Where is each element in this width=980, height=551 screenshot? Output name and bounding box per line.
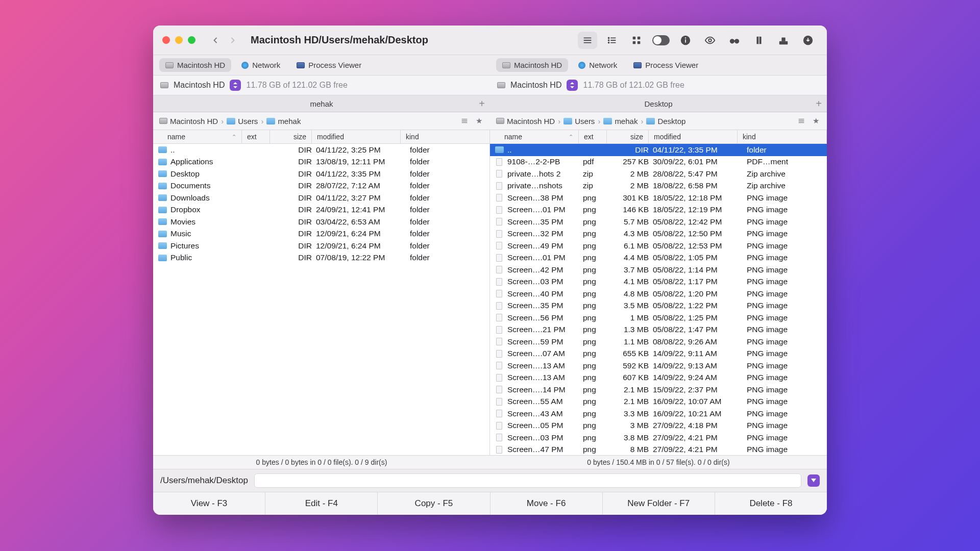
file-row[interactable]: private…nshotszip2 MB18/08/22, 6:58 PMZi…	[490, 180, 827, 192]
file-row[interactable]: DownloadsDIR04/11/22, 3:27 PMfolder	[153, 192, 489, 204]
binoculars-icon[interactable]	[725, 32, 744, 49]
file-row[interactable]: Screen…05 PMpng3 MB27/09/22, 4:18 PMPNG …	[490, 420, 827, 432]
footer-button-copy[interactable]: Copy - F5	[378, 492, 490, 515]
info-icon[interactable]	[676, 32, 695, 49]
file-row[interactable]: private…hots 2zip2 MB28/08/22, 5:47 PMZi…	[490, 168, 827, 180]
col-size[interactable]: size	[607, 130, 649, 143]
file-row[interactable]: Screen…35 PMpng5.7 MB05/08/22, 12:42 PMP…	[490, 216, 827, 228]
path-input[interactable]	[254, 473, 801, 488]
breadcrumb-item[interactable]: Users	[564, 117, 595, 126]
file-row[interactable]: Screen…32 PMpng4.3 MB05/08/22, 12:50 PMP…	[490, 228, 827, 240]
footer-button-new[interactable]: New Folder - F7	[603, 492, 715, 515]
file-row[interactable]: Screen….07 AMpng655 KB14/09/22, 9:11 AMP…	[490, 348, 827, 360]
file-row[interactable]: Screen…55 AMpng2.1 MB16/09/22, 10:07 AMP…	[490, 396, 827, 408]
file-row[interactable]: ..DIR04/11/22, 3:35 PMfolder	[490, 144, 827, 156]
file-row[interactable]: PicturesDIR12/09/21, 6:24 PMfolder	[153, 240, 489, 252]
footer-button-move[interactable]: Move - F6	[491, 492, 603, 515]
list-mode-icon[interactable]	[459, 116, 470, 126]
col-modified[interactable]: modified	[312, 130, 401, 143]
footer-button-edit[interactable]: Edit - F4	[265, 492, 378, 515]
breadcrumb-item[interactable]: Desktop	[646, 117, 685, 126]
file-row[interactable]: Screen…38 PMpng301 KB18/05/22, 12:18 PMP…	[490, 192, 827, 204]
file-row[interactable]: DesktopDIR04/11/22, 3:35 PMfolder	[153, 168, 489, 180]
view-columns-icon[interactable]	[602, 32, 622, 49]
col-name[interactable]: name⌃	[490, 130, 579, 143]
breadcrumb-item[interactable]: mehak	[266, 117, 301, 126]
file-row[interactable]: Screen…03 PMpng4.1 MB05/08/22, 1:17 PMPN…	[490, 276, 827, 288]
volume-selector-left[interactable]: Macintosh HD 11.78 GB of 121.02 GB free	[153, 76, 490, 95]
col-ext[interactable]: ext	[579, 130, 607, 143]
file-row[interactable]: Screen….01 PMpng146 KB18/05/22, 12:19 PM…	[490, 204, 827, 216]
volume-tab-macintosh-hd[interactable]: Macintosh HD	[159, 58, 231, 72]
col-modified[interactable]: modified	[649, 130, 738, 143]
file-row[interactable]: Screen….21 PMpng1.3 MB05/08/22, 1:47 PMP…	[490, 324, 827, 336]
col-ext[interactable]: ext	[242, 130, 270, 143]
file-row[interactable]: Screen…42 PMpng3.7 MB05/08/22, 1:14 PMPN…	[490, 264, 827, 276]
file-size: 1.1 MB	[611, 337, 653, 346]
volume-selector-right[interactable]: Macintosh HD 11.78 GB of 121.02 GB free	[490, 76, 827, 95]
col-name[interactable]: name⌃	[153, 130, 242, 143]
file-row[interactable]: Screen…35 PMpng3.5 MB05/08/22, 1:22 PMPN…	[490, 300, 827, 312]
share-icon[interactable]	[774, 32, 793, 49]
path-history-dropdown[interactable]	[807, 474, 820, 487]
nav-back-button[interactable]	[207, 32, 224, 49]
file-row[interactable]: Screen….13 AMpng592 KB14/09/22, 9:13 AMP…	[490, 360, 827, 372]
list-mode-icon[interactable]	[796, 116, 806, 126]
file-row[interactable]: DropboxDIR24/09/21, 12:41 PMfolder	[153, 204, 489, 216]
footer-button-view[interactable]: View - F3	[153, 492, 265, 515]
quicklook-icon[interactable]	[700, 32, 720, 49]
archive-icon[interactable]	[749, 32, 769, 49]
hidden-files-toggle[interactable]	[651, 32, 671, 49]
footer-button-delete[interactable]: Delete - F8	[715, 492, 827, 515]
nav-forward-button[interactable]	[224, 32, 241, 49]
breadcrumb-item[interactable]: Users	[227, 117, 258, 126]
breadcrumb-item[interactable]: mehak	[603, 117, 638, 126]
pane-tab-left[interactable]: mehak +	[153, 95, 490, 112]
view-list-icon[interactable]	[578, 32, 597, 49]
file-row[interactable]: MusicDIR12/09/21, 6:24 PMfolder	[153, 228, 489, 240]
file-row[interactable]: ApplicationsDIR13/08/19, 12:11 PMfolder	[153, 156, 489, 168]
volume-tab-process-viewer[interactable]: Process Viewer	[627, 58, 704, 72]
file-row[interactable]: DocumentsDIR28/07/22, 7:12 AMfolder	[153, 180, 489, 192]
file-row[interactable]: Screen….14 PMpng2.1 MB15/09/22, 2:37 PMP…	[490, 384, 827, 396]
file-row[interactable]: MoviesDIR03/04/22, 6:53 AMfolder	[153, 216, 489, 228]
col-kind[interactable]: kind	[738, 130, 827, 143]
volume-tab-network[interactable]: Network	[235, 58, 286, 72]
volume-tab-network[interactable]: Network	[572, 58, 623, 72]
col-kind[interactable]: kind	[401, 130, 490, 143]
breadcrumb-item[interactable]: Macintosh HD	[159, 117, 218, 126]
file-row[interactable]: Screen…49 PMpng6.1 MB05/08/22, 12:53 PMP…	[490, 240, 827, 252]
volume-dropdown-icon[interactable]	[567, 80, 578, 91]
file-row[interactable]: Screen…40 PMpng4.8 MB05/08/22, 1:20 PMPN…	[490, 288, 827, 300]
file-row[interactable]: Screen…56 PMpng1 MB05/08/22, 1:25 PMPNG …	[490, 312, 827, 324]
volume-dropdown-icon[interactable]	[230, 80, 241, 91]
file-row[interactable]: Screen…59 PMpng1.1 MB08/08/22, 9:26 AMPN…	[490, 336, 827, 348]
file-row[interactable]: ..DIR04/11/22, 3:25 PMfolder	[153, 144, 489, 156]
file-row[interactable]: Screen…03 PMpng3.8 MB27/09/22, 4:21 PMPN…	[490, 432, 827, 444]
file-row[interactable]: 9108-…2-2-PBpdf257 KB30/09/22, 6:01 PMPD…	[490, 156, 827, 168]
favorite-icon[interactable]: ★	[474, 116, 484, 126]
col-size[interactable]: size	[270, 130, 312, 143]
view-grid-icon[interactable]	[627, 32, 646, 49]
zoom-window-button[interactable]	[188, 36, 195, 44]
file-row[interactable]: PublicDIR07/08/19, 12:22 PMfolder	[153, 252, 489, 264]
download-icon[interactable]	[798, 32, 818, 49]
file-size: DIR	[274, 193, 316, 203]
volume-tab-process-viewer[interactable]: Process Viewer	[290, 58, 368, 72]
pane-tab-right[interactable]: Desktop +	[490, 95, 827, 112]
svg-marker-27	[570, 82, 574, 84]
minimize-window-button[interactable]	[175, 36, 183, 44]
file-pane-right[interactable]: ..DIR04/11/22, 3:35 PMfolder9108-…2-2-PB…	[490, 144, 827, 455]
close-window-button[interactable]	[162, 36, 170, 44]
file-row[interactable]: Screen….01 PMpng4.4 MB05/08/22, 1:05 PMP…	[490, 252, 827, 264]
file-pane-left[interactable]: ..DIR04/11/22, 3:25 PMfolderApplications…	[153, 144, 490, 455]
file-modified: 13/08/19, 12:11 PM	[316, 157, 405, 166]
file-row[interactable]: Screen…43 AMpng3.3 MB16/09/22, 10:21 AMP…	[490, 408, 827, 420]
file-row[interactable]: Screen…47 PMpng8 MB27/09/22, 4:21 PMPNG …	[490, 444, 827, 456]
file-row[interactable]: Screen….13 AMpng607 KB14/09/22, 9:24 AMP…	[490, 372, 827, 384]
volume-tab-macintosh-hd[interactable]: Macintosh HD	[496, 58, 568, 72]
add-tab-button[interactable]: +	[816, 98, 822, 110]
add-tab-button[interactable]: +	[479, 98, 485, 110]
favorite-icon[interactable]: ★	[811, 116, 821, 126]
breadcrumb-item[interactable]: Macintosh HD	[496, 117, 555, 126]
